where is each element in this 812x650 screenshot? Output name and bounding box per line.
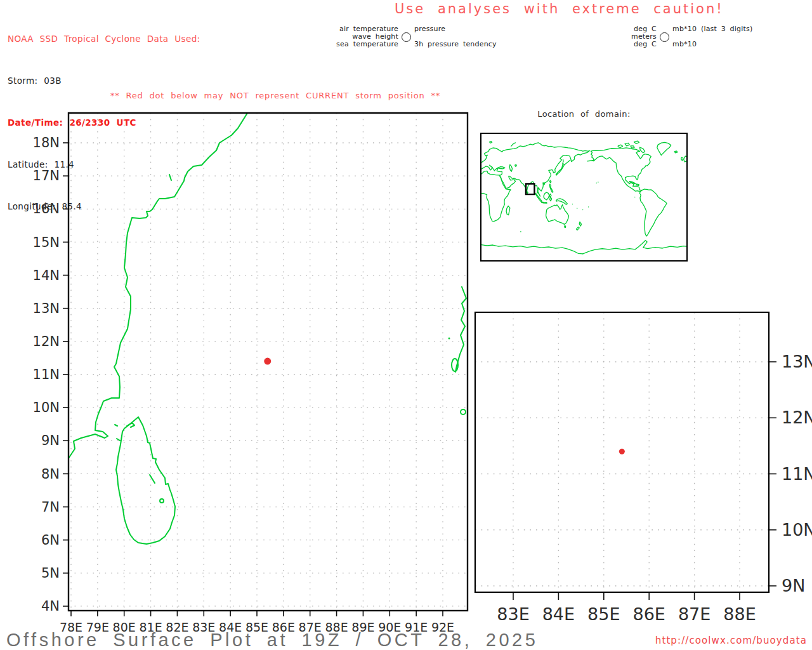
world-inset-title: Location of domain: [480, 109, 688, 119]
lat-tick-label: 12N [782, 408, 812, 427]
lat-tick-label: 4N [41, 599, 60, 614]
lat-tick-label: 16N [33, 201, 60, 216]
axes: 83E84E85E86E87E88E9N10N11N12N13N [497, 352, 812, 624]
detail-map: 83E84E85E86E87E88E9N10N11N12N13N [457, 303, 812, 650]
world-coastlines [481, 141, 686, 254]
storm-info-source: NOAA SSD Tropical Cyclone Data Used: [8, 32, 200, 46]
lat-tick-label: 13N [782, 352, 812, 371]
world-map [481, 134, 686, 260]
storm-info-id: Storm: 03B [8, 74, 200, 88]
legend-pressure-tendency-label: 3h pressure tendency [414, 41, 497, 48]
lon-tick-label: 86E [632, 604, 665, 624]
lat-tick-label: 11N [782, 464, 812, 484]
lat-tick-label: 14N [33, 268, 60, 283]
lat-tick-label: 9N [782, 576, 805, 595]
lat-tick-label: 8N [41, 467, 60, 482]
main-map-coastlines [69, 113, 466, 544]
storm-position-warning: ** Red dot below may NOT represent CURRE… [110, 91, 440, 100]
lon-tick-label: 85E [587, 604, 620, 624]
lat-tick-label: 10N [33, 400, 60, 415]
station-model-legend-units: deg C meters deg C mb*10 (last 3 digits)… [596, 25, 752, 48]
lat-tick-label: 17N [33, 168, 60, 183]
world-inset-frame [480, 133, 688, 262]
plot-title: Offshore Surface Plot at 19Z / OCT 28, 2… [6, 630, 538, 650]
main-map: 78E79E80E81E82E83E84E85E86E87E88E89E90E9… [19, 108, 476, 635]
lon-tick-label: 87E [678, 604, 710, 624]
lat-tick-label: 13N [33, 301, 60, 316]
lat-tick-label: 12N [33, 334, 60, 349]
station-circle-icon [402, 32, 411, 42]
axes: 78E79E80E81E82E83E84E85E86E87E88E89E90E9… [33, 135, 455, 634]
legend-unit-mb10-top: mb*10 (last 3 digits) [672, 25, 752, 33]
lat-tick-label: 10N [782, 520, 812, 540]
storm-position-dot [264, 358, 271, 365]
legend-unit-degc-bottom: deg C [596, 41, 657, 48]
legend-sea-temperature-label: sea temperature [317, 41, 398, 48]
caution-headline: Use analyses with extreme caution! [395, 1, 724, 17]
lat-tick-label: 6N [41, 533, 60, 548]
lat-tick-label: 11N [33, 367, 60, 382]
buoy-plot-page: NOAA SSD Tropical Cyclone Data Used: Sto… [0, 0, 812, 650]
station-circle-icon [660, 32, 669, 42]
lat-tick-label: 7N [41, 500, 60, 515]
legend-unit-mb10-bottom: mb*10 [672, 41, 752, 48]
source-url-link[interactable]: http://coolwx.com/buoydata [655, 635, 807, 646]
lat-tick-label: 18N [33, 135, 60, 150]
lat-tick-label: 5N [41, 566, 60, 581]
lat-tick-label: 9N [41, 433, 60, 448]
station-model-legend-variables: air temperature wave height sea temperat… [317, 25, 497, 48]
lat-tick-label: 15N [33, 235, 60, 250]
lon-tick-label: 88E [723, 604, 756, 624]
legend-pressure-label: pressure [414, 25, 497, 33]
lon-tick-label: 84E [542, 604, 575, 624]
storm-position-dot [619, 449, 625, 454]
lon-tick-label: 83E [497, 604, 529, 624]
